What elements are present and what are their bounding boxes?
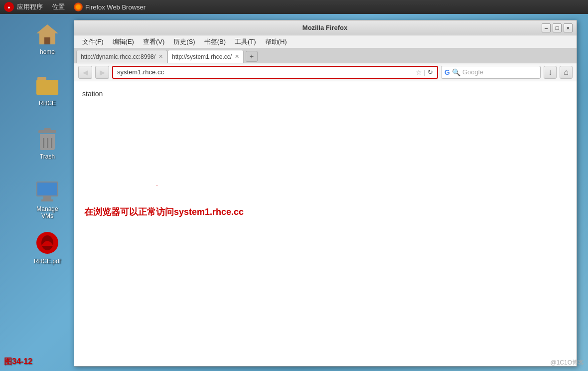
- desktop-icon-rhce[interactable]: RHCE: [30, 74, 65, 107]
- nav-bar: ◀ ▶ system1.rhce.cc ☆ | ↻ G 🔍 Google ↓ ⌂: [74, 63, 577, 81]
- close-button[interactable]: ×: [564, 23, 573, 32]
- menu-file[interactable]: 文件(F): [78, 36, 108, 47]
- download-button[interactable]: ↓: [544, 66, 557, 79]
- taskbar: ● 应用程序 位置 Firefox Web Browser: [0, 0, 588, 14]
- menu-tools[interactable]: 工具(T): [231, 36, 260, 47]
- location-menu[interactable]: 位置: [52, 2, 65, 11]
- menu-history[interactable]: 历史(S): [169, 36, 199, 47]
- menu-bar: 文件(F) 编辑(E) 查看(V) 历史(S) 书签(B) 工具(T) 帮助(H…: [74, 35, 577, 48]
- firefox-logo-icon: [74, 2, 83, 11]
- pdf-icon: [35, 232, 59, 256]
- tab-dynamic[interactable]: http://dynamic.rhce.cc:8998/ ✕: [76, 50, 167, 63]
- annotation-container: 在浏览器可以正常访问system1.rhce.cc: [84, 206, 244, 218]
- menu-edit[interactable]: 编辑(E): [109, 36, 138, 47]
- monitor-icon: [35, 180, 59, 203]
- system-icon: ●: [4, 2, 14, 12]
- back-button[interactable]: ◀: [78, 66, 92, 79]
- home-icon: [35, 22, 59, 46]
- tab-system1-label: http://system1.rhce.cc/: [172, 53, 232, 60]
- trash-icon: [35, 127, 59, 151]
- home-nav-button[interactable]: ⌂: [560, 66, 573, 79]
- tab-dynamic-close[interactable]: ✕: [158, 53, 163, 60]
- menu-help[interactable]: 帮助(H): [261, 36, 291, 47]
- rhce-pdf-icon-label: RHCE.pdf: [34, 258, 61, 265]
- tab-bar: http://dynamic.rhce.cc:8998/ ✕ http://sy…: [74, 48, 577, 63]
- app-menu[interactable]: 应用程序: [17, 2, 43, 11]
- browser-titlebar: Mozilla Firefox – □ ×: [74, 20, 577, 35]
- tab-system1[interactable]: http://system1.rhce.cc/ ✕: [167, 50, 244, 63]
- menu-bookmarks[interactable]: 书签(B): [200, 36, 230, 47]
- tab-system1-close[interactable]: ✕: [235, 53, 239, 60]
- annotation-text: 在浏览器可以正常访问system1.rhce.cc: [84, 207, 244, 217]
- folder-icon: [35, 74, 59, 98]
- search-bar[interactable]: G 🔍 Google: [441, 66, 541, 79]
- figure-label: 图34-12: [4, 357, 32, 367]
- search-icon: 🔍: [452, 68, 460, 76]
- window-controls: – □ ×: [542, 23, 573, 32]
- address-bar[interactable]: system1.rhce.cc ☆ | ↻: [112, 66, 438, 79]
- tab-dynamic-label: http://dynamic.rhce.cc:8998/: [81, 53, 155, 60]
- desktop-icon-trash[interactable]: Trash: [30, 127, 65, 160]
- home-icon-label: home: [40, 48, 55, 55]
- minimize-button[interactable]: –: [542, 23, 551, 32]
- desktop-icon-home[interactable]: home: [30, 22, 65, 55]
- browser-window: Mozilla Firefox – □ × 文件(F) 编辑(E) 查看(V) …: [74, 20, 577, 367]
- svg-text:●: ●: [7, 5, 10, 10]
- annotation-svg: [79, 86, 229, 186]
- browser-taskbar-title: Firefox Web Browser: [85, 3, 146, 11]
- rhce-icon-label: RHCE: [39, 100, 56, 107]
- bookmark-star-icon[interactable]: ☆: [416, 68, 422, 76]
- desktop-icon-rhce-pdf[interactable]: RHCE.pdf: [30, 232, 65, 265]
- page-content: station 在浏览器可以正常访问system1.rhce.cc: [74, 81, 577, 366]
- trash-icon-label: Trash: [40, 153, 55, 160]
- search-label: Google: [462, 68, 483, 76]
- manage-vms-icon-label: Manage VMs: [30, 205, 65, 219]
- new-tab-button[interactable]: +: [246, 51, 258, 62]
- maximize-button[interactable]: □: [553, 23, 562, 32]
- menu-view[interactable]: 查看(V): [139, 36, 168, 47]
- taskbar-browser-item[interactable]: Firefox Web Browser: [74, 2, 146, 11]
- watermark-label: @1C1O博客: [550, 359, 584, 367]
- forward-button[interactable]: ▶: [95, 66, 109, 79]
- google-g-icon: G: [444, 68, 450, 76]
- address-bar-text: system1.rhce.cc: [117, 68, 164, 76]
- browser-window-title: Mozilla Firefox: [108, 24, 542, 31]
- desktop-icon-manage-vms[interactable]: Manage VMs: [30, 180, 65, 219]
- refresh-icon[interactable]: ↻: [428, 68, 433, 76]
